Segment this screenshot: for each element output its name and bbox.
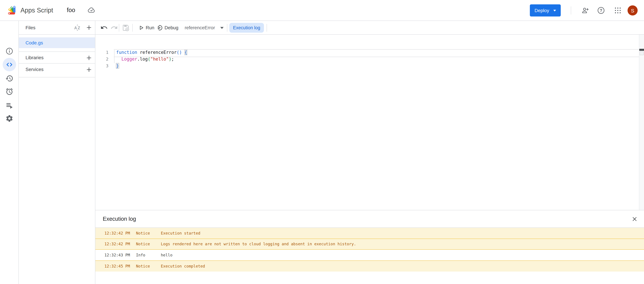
sidebar-item-settings[interactable]: [5, 114, 14, 122]
code-line: 1function referenceError() {: [95, 49, 639, 56]
execution-log-toggle-label: Execution log: [233, 25, 260, 30]
deploy-button[interactable]: Deploy: [530, 4, 560, 17]
logo-red-bar: [8, 12, 15, 15]
line-number: 2: [95, 56, 108, 63]
toolbar-divider: [227, 24, 227, 32]
gear-icon: [5, 114, 14, 122]
google-apps-grid-icon[interactable]: [614, 7, 622, 15]
deploy-caret-icon: [553, 10, 556, 11]
log-row-info: 12:32:43 PMInfohello: [95, 250, 644, 261]
debug-button[interactable]: [156, 24, 163, 31]
help-icon[interactable]: ?: [597, 7, 605, 15]
sidebar-item-project-history[interactable]: [5, 74, 14, 82]
log-message: hello: [161, 250, 639, 260]
log-row-notice: 12:32:45 PMNoticeExecution completed: [95, 261, 644, 271]
undo-button[interactable]: [100, 24, 108, 31]
sort-az-icon[interactable]: A Z: [74, 24, 81, 31]
code-line-text: Logger.log("hello");: [116, 56, 174, 63]
history-icon: [5, 74, 14, 82]
code-line-text: function referenceError() {: [116, 49, 187, 56]
run-button[interactable]: [138, 25, 144, 31]
apps-script-logo-icon: [7, 5, 18, 16]
execution-log-toggle[interactable]: Execution log: [229, 23, 264, 33]
file-item-code-gs[interactable]: Code.gs: [19, 37, 95, 48]
execution-log-header: Execution log: [95, 210, 644, 228]
debug-label[interactable]: Debug: [164, 21, 178, 35]
log-message: Execution started: [161, 228, 639, 238]
save-icon: [122, 24, 130, 32]
sidebar-item-executions[interactable]: [5, 101, 14, 109]
brand-title: Apps Script: [20, 0, 53, 21]
add-file-button[interactable]: [86, 25, 92, 31]
services-section[interactable]: Services: [19, 64, 95, 75]
code-icon: [5, 61, 14, 69]
share-add-user-icon[interactable]: [581, 7, 589, 15]
overview-ruler-scrollbar[interactable]: [639, 35, 644, 210]
libraries-label: Libraries: [26, 52, 44, 63]
files-panel-header: Files A Z: [19, 21, 95, 35]
undo-icon: [100, 24, 108, 31]
run-play-icon: [138, 25, 144, 31]
execution-log-panel: Execution log 12:32:42 PMNoticeExecution…: [95, 210, 644, 284]
svg-text:Z: Z: [78, 26, 80, 30]
log-timestamp: 12:32:43 PM: [104, 250, 130, 260]
redo-button[interactable]: [110, 24, 118, 31]
deploy-label: Deploy: [534, 8, 549, 13]
add-service-button[interactable]: [86, 67, 92, 73]
toolbar-divider: [132, 24, 133, 32]
left-nav-rail: [0, 21, 19, 284]
sidebar-item-overview[interactable]: [5, 47, 14, 55]
sidebar-item-editor[interactable]: [5, 61, 14, 69]
svg-text:?: ?: [600, 8, 602, 13]
log-timestamp: 12:32:45 PM: [104, 261, 130, 271]
log-timestamp: 12:32:42 PM: [104, 239, 130, 249]
toolbar-divider: [266, 24, 267, 32]
execution-log-title: Execution log: [103, 210, 136, 227]
debug-icon: [156, 24, 163, 31]
info-icon: [5, 47, 14, 55]
line-number: 1: [95, 49, 108, 56]
log-message: Logs rendered here are not written to cl…: [161, 239, 639, 249]
log-message: Execution completed: [161, 261, 639, 271]
code-line-text: }: [116, 63, 119, 69]
overview-ruler-cursor-marker: [639, 49, 644, 51]
sidebar-item-triggers[interactable]: [5, 87, 14, 96]
log-timestamp: 12:32:42 PM: [104, 228, 130, 238]
close-icon[interactable]: [632, 216, 638, 222]
overview-ruler-selection-marker: [640, 52, 644, 55]
log-level: Notice: [136, 261, 150, 271]
redo-icon: [110, 24, 118, 31]
top-app-bar: Apps Script foo Deploy ?: [0, 0, 644, 21]
alarm-icon: [5, 87, 14, 96]
execution-log-rows: 12:32:42 PMNoticeExecution started12:32:…: [95, 228, 644, 271]
editor-toolbar: Run Debug referenceError Execution log: [95, 21, 644, 35]
save-button[interactable]: [122, 24, 130, 32]
files-panel: Files A Z Code.gs Libraries: [19, 21, 95, 284]
log-row-notice: 12:32:42 PMNoticeExecution started: [95, 228, 644, 239]
avatar-letter: S: [631, 8, 634, 13]
function-selector[interactable]: referenceError: [185, 21, 215, 35]
log-level: Notice: [136, 239, 150, 249]
file-item-label: Code.gs: [26, 37, 43, 48]
apps-script-window: Apps Script foo Deploy ?: [0, 0, 644, 284]
executions-icon: [5, 101, 14, 109]
project-name[interactable]: foo: [67, 0, 75, 21]
log-level: Notice: [136, 228, 150, 238]
account-avatar[interactable]: S: [628, 5, 638, 16]
panel-divider: [19, 77, 95, 77]
logo-blue-bar: [13, 6, 16, 13]
libraries-section[interactable]: Libraries: [19, 52, 95, 63]
add-library-button[interactable]: [86, 55, 92, 61]
cloud-saved-icon: [88, 7, 95, 14]
code-line: 3}: [95, 63, 639, 69]
code-editor[interactable]: 1function referenceError() {2 Logger.log…: [95, 35, 644, 210]
services-label: Services: [26, 64, 44, 75]
run-label[interactable]: Run: [146, 21, 154, 35]
svg-text:A: A: [74, 26, 77, 30]
topbar-divider: [571, 7, 571, 15]
function-selector-caret-icon[interactable]: [220, 27, 224, 29]
line-number: 3: [95, 63, 108, 69]
panel-divider: [19, 52, 95, 52]
code-line: 2 Logger.log("hello");: [95, 56, 639, 63]
toolbar-divider: [119, 24, 119, 32]
